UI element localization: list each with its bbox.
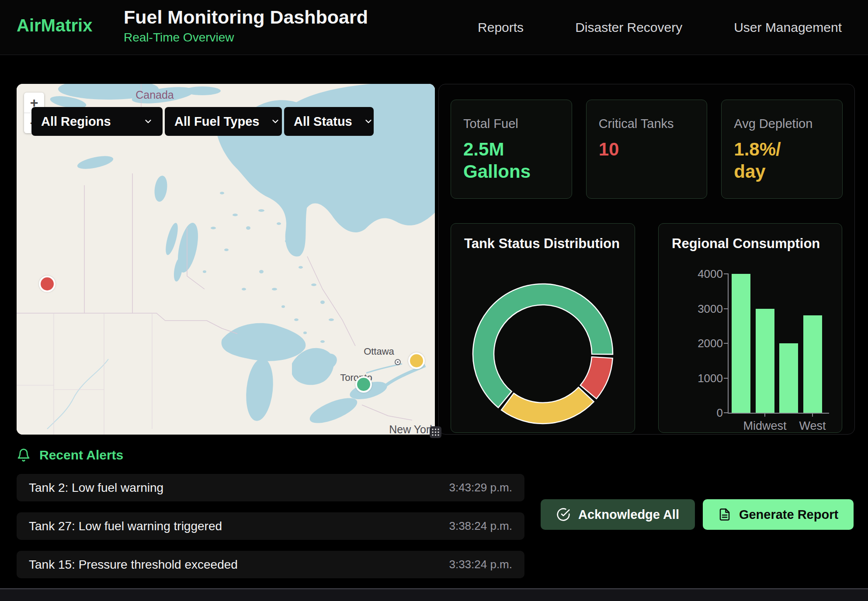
donut-chart: [451, 224, 635, 433]
page-title: Fuel Monitoring Dashboard: [124, 6, 368, 29]
generate-report-button[interactable]: Generate Report: [703, 499, 854, 530]
x-axis-line: [728, 413, 829, 414]
app-header: AirMatrix Fuel Monitoring Dashboard Real…: [0, 0, 868, 55]
y-tick-mark: [724, 343, 728, 344]
map-label-new-york: New York: [389, 423, 435, 435]
y-tick-mark: [724, 308, 728, 309]
bar-region-1: [732, 274, 750, 413]
alert-text: Tank 27: Low fuel warning triggered: [29, 519, 222, 533]
bar-plot-area: 01000200030004000MidwestWest: [659, 224, 842, 432]
donut-segment-critical: [580, 357, 613, 399]
bar-west: [803, 315, 822, 413]
bell-icon: [17, 448, 31, 462]
y-tick-label: 2000: [684, 337, 723, 350]
fuel-type-filter-dropdown[interactable]: All Fuel Types: [165, 107, 282, 136]
alert-text: Tank 15: Pressure threshold exceeded: [29, 558, 238, 572]
app-logo: AirMatrix: [17, 16, 92, 35]
tank-status-card: Tank Status Distribution: [451, 223, 635, 433]
alerts-header: Recent Alerts: [17, 446, 123, 464]
grip-dots-icon: [431, 428, 440, 436]
chevron-down-icon: [271, 117, 280, 126]
map-resize-handle[interactable]: [430, 426, 441, 438]
stat-card-avg-depletion: Avg Depletion 1.8%/ day: [721, 100, 843, 199]
map-filters: All Regions All Fuel Types All Status: [31, 107, 374, 136]
stat-label: Avg Depletion: [734, 117, 830, 131]
alerts-title: Recent Alerts: [39, 448, 123, 463]
chevron-down-icon: [364, 117, 373, 126]
check-circle-icon: [556, 508, 570, 522]
y-tick-mark: [724, 412, 728, 413]
map[interactable]: Canada Ottawa Toronto New York + − All R…: [17, 84, 435, 435]
generate-report-label: Generate Report: [739, 508, 838, 522]
map-label-country: Canada: [135, 89, 174, 101]
main-nav: Reports Disaster Recovery User Managemen…: [478, 0, 842, 55]
x-tick-mark: [764, 414, 765, 417]
page-subtitle: Real-Time Overview: [124, 31, 368, 45]
x-tick-mark: [812, 414, 813, 417]
x-tick-label: West: [782, 419, 843, 433]
stat-cards-row: Total Fuel 2.5M Gallons Critical Tanks 1…: [451, 100, 843, 199]
stat-card-critical-tanks: Critical Tanks 10: [586, 100, 708, 199]
alert-timestamp: 3:43:29 p.m.: [449, 481, 512, 494]
y-tick-label: 1000: [684, 372, 723, 385]
status-filter-value: All Status: [294, 114, 352, 129]
tank-marker-critical[interactable]: [39, 276, 56, 292]
stat-value-critical-tanks: 10: [599, 138, 695, 160]
y-tick-label: 3000: [684, 302, 723, 316]
nav-item-disaster-recovery[interactable]: Disaster Recovery: [575, 20, 682, 35]
metrics-panel: Total Fuel 2.5M Gallons Critical Tanks 1…: [438, 84, 855, 435]
document-icon: [718, 508, 731, 521]
alert-row[interactable]: Tank 27: Low fuel warning triggered 3:38…: [17, 512, 524, 540]
y-tick-mark: [724, 273, 728, 274]
alert-timestamp: 3:38:24 p.m.: [449, 519, 512, 533]
acknowledge-all-button[interactable]: Acknowledge All: [541, 499, 695, 530]
alert-text: Tank 2: Low fuel warning: [29, 481, 163, 495]
tank-marker-warning[interactable]: [408, 352, 425, 369]
fuel-type-filter-value: All Fuel Types: [174, 114, 259, 129]
acknowledge-all-label: Acknowledge All: [578, 508, 679, 522]
map-canvas: Canada Ottawa Toronto New York: [17, 84, 435, 435]
stat-value-total-fuel: 2.5M Gallons: [463, 138, 559, 183]
stat-card-total-fuel: Total Fuel 2.5M Gallons: [451, 100, 572, 199]
alert-timestamp: 3:33:24 p.m.: [449, 558, 512, 571]
nav-item-user-management[interactable]: User Management: [734, 20, 842, 35]
bar-region-3: [779, 343, 798, 413]
y-axis-line: [728, 273, 729, 414]
stat-value-avg-depletion: 1.8%/ day: [734, 138, 830, 183]
y-tick-label: 4000: [684, 267, 723, 281]
bar-midwest: [756, 309, 774, 413]
y-tick-mark: [724, 378, 728, 379]
tank-marker-normal[interactable]: [355, 376, 372, 393]
donut-segment-warning: [501, 387, 594, 424]
alert-row[interactable]: Tank 15: Pressure threshold exceeded 3:3…: [17, 551, 524, 578]
stat-label: Total Fuel: [463, 117, 559, 131]
map-label-ottawa: Ottawa: [364, 346, 394, 357]
nav-item-reports[interactable]: Reports: [478, 20, 524, 35]
region-filter-dropdown[interactable]: All Regions: [31, 107, 163, 136]
regional-consumption-card: Regional Consumption 01000200030004000Mi…: [658, 223, 842, 433]
status-filter-dropdown[interactable]: All Status: [284, 107, 374, 136]
alert-row[interactable]: Tank 2: Low fuel warning 3:43:29 p.m.: [17, 474, 524, 501]
chevron-down-icon: [143, 117, 153, 126]
bottom-strip: [0, 588, 868, 601]
stat-label: Critical Tanks: [599, 117, 695, 131]
title-block: Fuel Monitoring Dashboard Real-Time Over…: [124, 6, 368, 45]
y-tick-label: 0: [684, 406, 723, 420]
region-filter-value: All Regions: [41, 114, 111, 129]
